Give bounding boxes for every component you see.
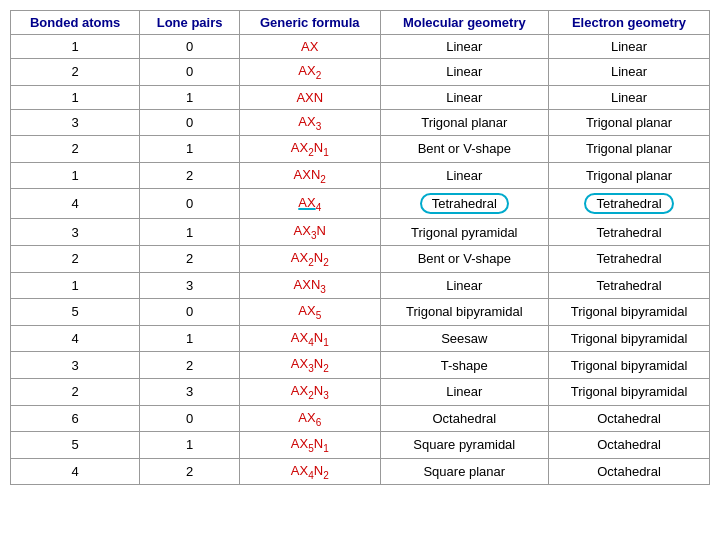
electron-value: Trigonal bipyramidal xyxy=(549,299,710,326)
electron-value: Trigonal bipyramidal xyxy=(549,352,710,379)
molecular-value: T-shape xyxy=(380,352,548,379)
electron-value: Trigonal bipyramidal xyxy=(549,378,710,405)
formula-value: AX2N1 xyxy=(239,136,380,163)
bonded-value: 2 xyxy=(11,245,140,272)
molecular-value: Trigonal bipyramidal xyxy=(380,299,548,326)
bonded-value: 5 xyxy=(11,432,140,459)
lone-value: 1 xyxy=(140,136,240,163)
formula-value: AX3 xyxy=(239,109,380,136)
bonded-value: 3 xyxy=(11,219,140,246)
table-row: 22AX2N2Bent or V-shapeTetrahedral xyxy=(11,245,710,272)
formula-value: AX5N1 xyxy=(239,432,380,459)
bonded-value: 1 xyxy=(11,35,140,59)
bonded-value: 4 xyxy=(11,189,140,219)
molecular-value: Octahedral xyxy=(380,405,548,432)
table-row: 31AX3NTrigonal pyramidalTetrahedral xyxy=(11,219,710,246)
table-row: 11AXNLinearLinear xyxy=(11,85,710,109)
bonded-value: 2 xyxy=(11,136,140,163)
bonded-value: 1 xyxy=(11,162,140,189)
electron-value: Linear xyxy=(549,85,710,109)
electron-value: Trigonal planar xyxy=(549,136,710,163)
bonded-value: 3 xyxy=(11,352,140,379)
molecular-value: Bent or V-shape xyxy=(380,136,548,163)
electron-value: Tetrahedral xyxy=(549,272,710,299)
lone-value: 0 xyxy=(140,405,240,432)
table-row: 60AX6OctahedralOctahedral xyxy=(11,405,710,432)
table-row: 10AXLinearLinear xyxy=(11,35,710,59)
bonded-value: 2 xyxy=(11,59,140,86)
electron-value: Trigonal bipyramidal xyxy=(549,325,710,352)
electron-value: Linear xyxy=(549,35,710,59)
header-lone: Lone pairs xyxy=(140,11,240,35)
molecular-value: Linear xyxy=(380,59,548,86)
formula-value: AX2N3 xyxy=(239,378,380,405)
table-row: 51AX5N1Square pyramidalOctahedral xyxy=(11,432,710,459)
bonded-value: 5 xyxy=(11,299,140,326)
lone-value: 0 xyxy=(140,299,240,326)
molecular-value: Trigonal pyramidal xyxy=(380,219,548,246)
lone-value: 2 xyxy=(140,352,240,379)
table-row: 42AX4N2Square planarOctahedral xyxy=(11,458,710,485)
header-electron: Electron geometry xyxy=(549,11,710,35)
formula-value: AXN3 xyxy=(239,272,380,299)
header-generic: Generic formula xyxy=(239,11,380,35)
molecular-value: Square pyramidal xyxy=(380,432,548,459)
molecular-value: Square planar xyxy=(380,458,548,485)
formula-value: AXN2 xyxy=(239,162,380,189)
electron-value: Linear xyxy=(549,59,710,86)
formula-value: AX2 xyxy=(239,59,380,86)
formula-value: AX3N xyxy=(239,219,380,246)
molecular-value: Linear xyxy=(380,272,548,299)
bonded-value: 1 xyxy=(11,85,140,109)
electron-value: Trigonal planar xyxy=(549,162,710,189)
formula-value: AX4 xyxy=(239,189,380,219)
table-row: 32AX3N2T-shapeTrigonal bipyramidal xyxy=(11,352,710,379)
bonded-value: 3 xyxy=(11,109,140,136)
formula-value: AX xyxy=(239,35,380,59)
table-row: 23AX2N3LinearTrigonal bipyramidal xyxy=(11,378,710,405)
formula-value: AX3N2 xyxy=(239,352,380,379)
lone-value: 3 xyxy=(140,272,240,299)
table-row: 30AX3Trigonal planarTrigonal planar xyxy=(11,109,710,136)
electron-value: Tetrahedral xyxy=(549,219,710,246)
molecular-value: Linear xyxy=(380,35,548,59)
table-row: 41AX4N1SeesawTrigonal bipyramidal xyxy=(11,325,710,352)
bonded-value: 1 xyxy=(11,272,140,299)
lone-value: 2 xyxy=(140,245,240,272)
electron-value: Trigonal planar xyxy=(549,109,710,136)
lone-value: 2 xyxy=(140,458,240,485)
molecular-value: Linear xyxy=(380,162,548,189)
molecular-value: Tetrahedral xyxy=(380,189,548,219)
lone-value: 0 xyxy=(140,35,240,59)
electron-value: Tetrahedral xyxy=(549,189,710,219)
formula-value: AX4N2 xyxy=(239,458,380,485)
table-row: 21AX2N1Bent or V-shapeTrigonal planar xyxy=(11,136,710,163)
formula-value: AXN xyxy=(239,85,380,109)
lone-value: 2 xyxy=(140,162,240,189)
molecular-value: Bent or V-shape xyxy=(380,245,548,272)
lone-value: 1 xyxy=(140,85,240,109)
geometry-table: Bonded atoms Lone pairs Generic formula … xyxy=(10,10,710,485)
table-row: 12AXN2LinearTrigonal planar xyxy=(11,162,710,189)
formula-value: AX4N1 xyxy=(239,325,380,352)
lone-value: 3 xyxy=(140,378,240,405)
molecular-value: Linear xyxy=(380,378,548,405)
electron-value: Octahedral xyxy=(549,458,710,485)
formula-value: AX6 xyxy=(239,405,380,432)
bonded-value: 4 xyxy=(11,458,140,485)
electron-value: Tetrahedral xyxy=(549,245,710,272)
table-row: 13AXN3LinearTetrahedral xyxy=(11,272,710,299)
header-molecular: Molecular geometry xyxy=(380,11,548,35)
electron-value: Octahedral xyxy=(549,432,710,459)
header-bonded: Bonded atoms xyxy=(11,11,140,35)
table-row: 40AX4TetrahedralTetrahedral xyxy=(11,189,710,219)
bonded-value: 4 xyxy=(11,325,140,352)
table-row: 20AX2LinearLinear xyxy=(11,59,710,86)
lone-value: 1 xyxy=(140,432,240,459)
electron-value: Octahedral xyxy=(549,405,710,432)
molecular-value: Seesaw xyxy=(380,325,548,352)
bonded-value: 6 xyxy=(11,405,140,432)
formula-value: AX2N2 xyxy=(239,245,380,272)
lone-value: 1 xyxy=(140,325,240,352)
molecular-value: Trigonal planar xyxy=(380,109,548,136)
